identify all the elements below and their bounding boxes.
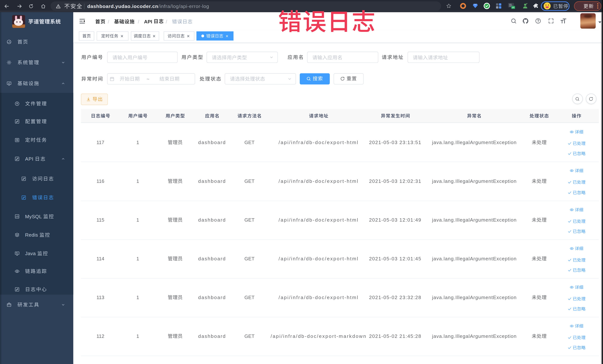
svg-text:on: on <box>512 6 514 9</box>
